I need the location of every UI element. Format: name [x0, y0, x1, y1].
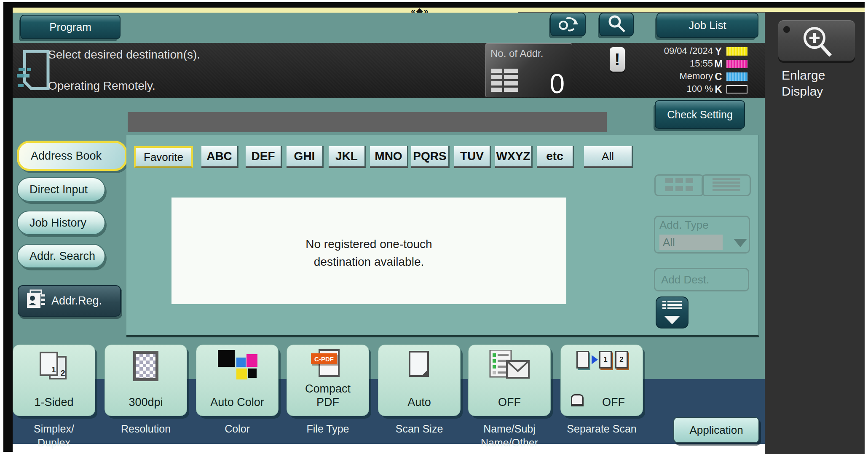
index-tab-ghi[interactable]: GHI: [287, 146, 324, 168]
separate-scan-button[interactable]: 1 2 OFF: [560, 345, 643, 416]
frame-top-border: [3, 2, 865, 8]
index-tab-wxyz-label: WXYZ: [496, 150, 530, 163]
tab-addr-search[interactable]: Addr. Search: [17, 244, 105, 268]
tab-direct-input-label: Direct Input: [29, 183, 88, 196]
toner-letter-c: C: [713, 71, 724, 83]
addr-reg-button[interactable]: Addr.Reg.: [18, 285, 121, 317]
file-type-button[interactable]: C-PDF Compact PDF: [287, 345, 369, 416]
index-tab-def-label: DEF: [252, 150, 275, 163]
compact-pdf-icon: C-PDF: [311, 349, 345, 379]
index-tab-def[interactable]: DEF: [246, 146, 282, 168]
toner-row-yellow: Y: [713, 45, 747, 57]
name-subject-label: Name/Subj Name/Other: [468, 422, 551, 450]
job-list-button[interactable]: Job List: [656, 13, 758, 38]
index-tab-favorite-label: Favorite: [144, 151, 183, 164]
user-switch-icon: [557, 14, 579, 35]
index-tab-abc-label: ABC: [206, 150, 232, 163]
status-time: 15:55: [616, 57, 713, 70]
file-type-value-line1: Compact: [287, 382, 369, 395]
enlarge-display-button[interactable]: [778, 20, 855, 61]
status-message-line2: Operating Remotely.: [48, 79, 155, 93]
toner-letter-y: Y: [713, 45, 724, 57]
index-tab-all-label: All: [602, 150, 614, 163]
status-bar: Select desired destination(s). Operating…: [13, 43, 765, 98]
empty-message-line1: No registered one-touch: [171, 238, 566, 251]
led-dot: [783, 26, 790, 33]
list-view-button[interactable]: [702, 174, 751, 196]
frame-left-border: [3, 2, 13, 452]
address-type-filter[interactable]: Add. Type All: [654, 216, 750, 254]
file-type-value-line2: PDF: [287, 395, 369, 409]
add-destination-button[interactable]: Add Dest.: [654, 268, 749, 291]
color-value: Auto Color: [196, 395, 278, 409]
resolution-label: Resolution: [104, 422, 187, 436]
view-toggle: [654, 174, 751, 196]
separate-scan-value: OFF: [561, 395, 654, 409]
address-count-label: No. of Addr.: [490, 48, 543, 59]
application-button-label: Application: [689, 424, 743, 437]
tab-address-book[interactable]: Address Book: [17, 141, 127, 171]
user-switch-button[interactable]: [550, 13, 586, 36]
name-subject-value: OFF: [469, 395, 550, 409]
scan-document-icon: [17, 48, 51, 93]
list-envelope-icon: [488, 350, 530, 382]
search-button[interactable]: [599, 13, 634, 36]
destination-list-area: No registered one-touch destination avai…: [171, 198, 566, 304]
addr-reg-label: Addr.Reg.: [51, 294, 102, 307]
index-tab-favorite[interactable]: Favorite: [134, 146, 193, 168]
program-button[interactable]: Program: [20, 15, 121, 39]
index-tab-wxyz[interactable]: WXYZ: [495, 146, 533, 168]
status-message-line1: Select desired destination(s).: [48, 48, 200, 61]
scan-size-value: Auto: [378, 395, 460, 409]
machine-status-block: 09/04 /2024 15:55 Memory 100 %: [616, 45, 713, 95]
index-tab-jkl[interactable]: JKL: [329, 146, 366, 168]
address-card-icon: [25, 289, 46, 312]
index-tab-pqrs[interactable]: PQRS: [411, 146, 450, 168]
mfp-touch-panel: «◆» Program: [0, 0, 868, 454]
tab-address-book-label: Address Book: [31, 150, 102, 163]
index-tab-abc[interactable]: ABC: [201, 146, 238, 168]
status-date: 09/04 /2024: [616, 45, 713, 57]
address-type-value: All: [659, 235, 723, 250]
resolution-button[interactable]: 300dpi: [104, 345, 187, 416]
job-progress-bar: [128, 112, 607, 132]
address-type-label: Add. Type: [659, 219, 709, 232]
name-subject-button[interactable]: OFF: [468, 345, 551, 416]
simplex-duplex-button[interactable]: 2 1 1-Sided: [13, 345, 95, 416]
application-button[interactable]: Application: [673, 417, 759, 443]
index-tab-pqrs-label: PQRS: [413, 150, 446, 163]
index-tab-all[interactable]: All: [584, 146, 633, 168]
address-book-panel: Favorite ABC DEF GHI JKL MNO PQRS TUV: [126, 135, 759, 337]
index-tab-etc-label: etc: [546, 150, 563, 163]
simplex-pages-icon: 2 1: [35, 352, 73, 384]
magnifier-plus-icon: [799, 24, 837, 61]
empty-message-line2: destination available.: [171, 255, 566, 269]
program-button-label: Program: [49, 21, 91, 34]
index-tab-etc[interactable]: etc: [537, 146, 574, 168]
index-tab-mno[interactable]: MNO: [370, 146, 408, 168]
index-tab-jkl-label: JKL: [335, 150, 358, 163]
resolution-value: 300dpi: [105, 395, 187, 409]
check-setting-button[interactable]: Check Setting: [655, 100, 745, 129]
scan-size-button[interactable]: Auto: [378, 345, 461, 416]
toner-letter-m: M: [713, 58, 724, 70]
index-tab-tuv[interactable]: TUV: [454, 146, 491, 168]
color-button[interactable]: Auto Color: [196, 345, 279, 416]
enlarge-display-label-line2: Display: [782, 83, 853, 99]
memory-label: Memory: [616, 70, 713, 83]
scroll-down-button[interactable]: [656, 296, 689, 328]
tab-direct-input[interactable]: Direct Input: [17, 177, 105, 202]
index-tab-mno-label: MNO: [375, 150, 402, 163]
list-view-icon: [713, 178, 740, 193]
color-label: Color: [196, 422, 279, 436]
toner-bar-yellow: [726, 47, 747, 56]
tab-job-history[interactable]: Job History: [17, 211, 105, 235]
address-count-panel: No. of Addr. 0: [485, 43, 572, 97]
toner-row-magenta: M: [713, 58, 747, 70]
scan-size-label: Scan Size: [378, 422, 461, 436]
toner-row-black: K: [713, 83, 747, 95]
job-list-button-label: Job List: [689, 19, 726, 32]
side-panel: Enlarge Display: [765, 12, 865, 454]
separate-scan-label: Separate Scan: [556, 422, 647, 436]
grid-view-button[interactable]: [654, 174, 704, 196]
